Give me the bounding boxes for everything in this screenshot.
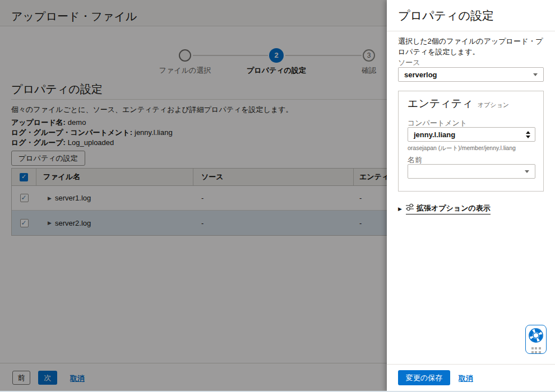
spinner-icon	[526, 131, 530, 138]
source-field-label: ソース	[398, 58, 420, 68]
expand-advanced-icon: ▶	[398, 206, 402, 212]
help-floating-widget[interactable]	[525, 325, 547, 354]
source-select-value: serverlog	[404, 71, 437, 79]
drag-handle-dots-icon[interactable]	[531, 347, 541, 353]
entity-title: エンティティ	[408, 96, 473, 111]
panel-cancel-link[interactable]: 取消	[459, 374, 473, 384]
save-changes-button[interactable]: 変更の保存	[398, 370, 450, 385]
entity-optional-badge: オプション	[478, 101, 509, 109]
chevron-down-icon	[533, 73, 538, 76]
compartment-path-hint: orasejapan (ルート)/member/jenny.l.liang	[408, 144, 516, 152]
lifebuoy-help-icon[interactable]	[528, 328, 544, 346]
entity-name-select[interactable]	[408, 164, 535, 179]
compartment-select[interactable]: jenny.l.liang	[408, 127, 535, 142]
compartment-select-value: jenny.l.liang	[414, 130, 455, 139]
modal-dim-overlay	[0, 0, 387, 392]
sliders-icon	[406, 203, 414, 213]
entity-header: エンティティ オプション	[408, 96, 509, 111]
source-select[interactable]: serverlog	[398, 67, 544, 82]
show-advanced-options-label: 拡張オプションの表示	[417, 203, 491, 213]
panel-description: 選択した2個のファイルのアップロード・プロパティを設定します。	[398, 36, 544, 57]
entity-group-box: エンティティ オプション コンパートメント jenny.l.liang oras…	[398, 91, 544, 192]
panel-footer-divider	[387, 364, 555, 365]
properties-panel: プロパティの設定 選択した2個のファイルのアップロード・プロパティを設定します。…	[387, 0, 555, 392]
show-advanced-options-link[interactable]: ▶ 拡張オプションの表示	[398, 203, 491, 214]
panel-divider	[387, 31, 555, 31]
chevron-down-icon	[525, 170, 529, 173]
panel-title: プロパティの設定	[398, 8, 494, 24]
